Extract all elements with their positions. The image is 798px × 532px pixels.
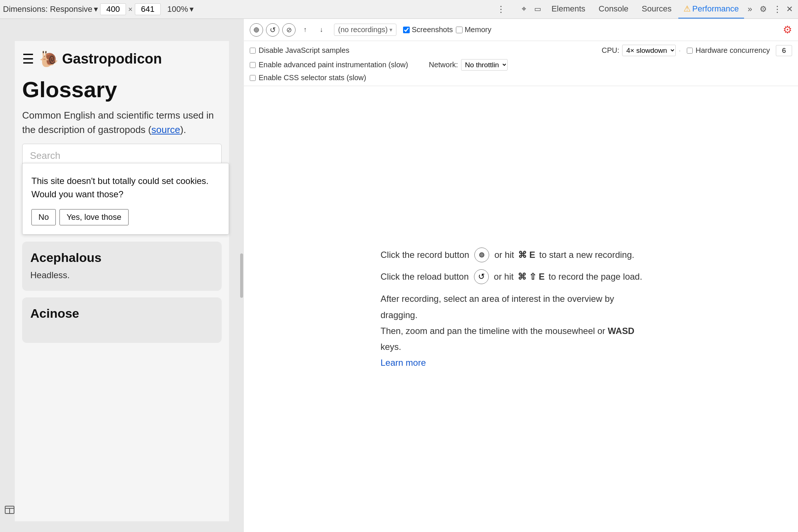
cookie-line1: This site doesn't but totally could set …	[31, 176, 209, 186]
perf-settings-gear[interactable]: ⚙	[783, 24, 792, 36]
tab-cursor[interactable]: ⌖	[517, 0, 531, 18]
perf-instruction-1b: or hit ⌘ E to start a new recording.	[494, 248, 634, 263]
zoom-value: 100%	[167, 4, 188, 14]
snail-icon: 🐌	[39, 50, 58, 68]
card-title-1: Acinose	[30, 306, 214, 321]
line2-key: ⌘ ⇧ E	[518, 272, 545, 282]
hw-concurrency-text: Hardware concurrency	[696, 46, 770, 55]
glossary-card-0: Acephalous Headless.	[22, 242, 222, 291]
perf-settings-row-3: Enable CSS selector stats (slow)	[250, 74, 792, 82]
scrollbar[interactable]	[240, 253, 243, 298]
site-title: Gastropodicon	[62, 51, 162, 67]
cookie-no-button[interactable]: No	[31, 209, 56, 225]
top-bar-menu[interactable]: ⋮	[494, 4, 508, 14]
perf-instructions-block: Click the record button or hit ⌘ E to st…	[381, 248, 661, 371]
css-selector-label[interactable]: Enable CSS selector stats (slow)	[250, 74, 366, 82]
perf-instruction-1: Click the record button	[381, 248, 469, 263]
hamburger-icon[interactable]: ☰	[22, 52, 34, 66]
cpu-label: CPU:	[601, 46, 619, 55]
tab-console[interactable]: Console	[592, 0, 635, 18]
tab-more[interactable]: »	[744, 4, 756, 14]
tab-elements[interactable]: Elements	[545, 0, 592, 18]
learn-more-link[interactable]: Learn more	[381, 358, 426, 368]
perf-toolbar: ↺ ⊘ ↑ ↓ (no recordings) ▾ Screenshots Me…	[244, 19, 798, 41]
website-content: ☰ 🐌 Gastropodicon Glossary Common Englis…	[15, 41, 229, 521]
download-button[interactable]: ↓	[315, 23, 328, 37]
inline-record-dot	[479, 252, 484, 258]
glossary-description: Common English and scientific terms used…	[22, 108, 222, 137]
perf-instruction-2b: or hit ⌘ ⇧ E to record the page load.	[494, 269, 642, 284]
cross-icon: ×	[128, 5, 133, 14]
disable-js-samples-checkbox[interactable]	[250, 48, 256, 54]
dimensions-dropdown[interactable]: ▾	[94, 4, 98, 14]
network-select[interactable]: No throttlin	[461, 59, 508, 71]
desc-after: ).	[180, 124, 186, 135]
cursor-icon: ⌖	[522, 4, 526, 14]
screenshots-checkbox[interactable]	[403, 27, 410, 33]
height-input[interactable]	[135, 3, 161, 15]
devtools-sidebar-icon[interactable]	[4, 504, 16, 517]
css-selector-text: Enable CSS selector stats (slow)	[259, 74, 366, 82]
network-label: Network:	[429, 61, 458, 69]
card-title-0: Acephalous	[30, 250, 214, 265]
cookie-yes-button[interactable]: Yes, love those	[59, 209, 128, 225]
recordings-value: (no recordings)	[338, 25, 388, 34]
screenshots-label: Screenshots	[412, 25, 453, 34]
line2-end: to record the page load.	[549, 272, 642, 282]
memory-checkbox-group[interactable]: Memory	[456, 25, 491, 34]
line3-text: After recording, select an area of inter…	[381, 294, 614, 320]
page-title: Glossary	[22, 77, 222, 102]
zoom-label: 100%▾	[167, 4, 194, 14]
cpu-select[interactable]: 4× slowdown	[622, 45, 676, 56]
tab-performance[interactable]: ⚠Performance	[678, 0, 744, 18]
glossary-cards: Acephalous Headless. Acinose	[15, 242, 229, 343]
dimensions-text: Dimensions: Responsive	[3, 4, 92, 14]
devtools-panel: ↺ ⊘ ↑ ↓ (no recordings) ▾ Screenshots Me…	[244, 19, 798, 532]
reload-record-button[interactable]: ↺	[266, 23, 279, 37]
perf-settings-row-2: Enable advanced paint instrumentation (s…	[250, 59, 792, 71]
stop-button[interactable]: ⊘	[282, 23, 296, 37]
disable-js-samples-text: Disable JavaScript samples	[259, 46, 349, 55]
desc-link[interactable]: source	[151, 124, 180, 135]
dimensions-label: Dimensions: Responsive▾	[3, 4, 98, 14]
advanced-paint-text: Enable advanced paint instrumentation (s…	[259, 61, 408, 69]
advanced-paint-checkbox[interactable]	[250, 62, 256, 68]
screenshots-checkbox-group[interactable]: Screenshots	[403, 25, 453, 34]
devtools-kebab[interactable]: ⋮	[771, 4, 784, 14]
perf-main: Click the record button or hit ⌘ E to st…	[244, 86, 798, 532]
perf-instruction-2: Click the reload button	[381, 269, 469, 284]
record-button[interactable]	[250, 23, 263, 37]
width-input[interactable]	[100, 3, 126, 15]
glossary-card-1: Acinose	[22, 297, 222, 343]
memory-checkbox[interactable]	[456, 27, 463, 33]
upload-button[interactable]: ↑	[299, 23, 312, 37]
tab-device[interactable]: ▭	[531, 0, 545, 18]
tab-sources[interactable]: Sources	[635, 0, 678, 18]
hw-concurrency-label[interactable]: Hardware concurrency	[687, 46, 770, 55]
disable-js-samples-label[interactable]: Disable JavaScript samples	[250, 46, 349, 55]
devtools-tab-bar: ⌖ ▭ Elements Console Sources ⚠Performanc…	[517, 0, 795, 18]
line1-before: Click the record button	[381, 250, 469, 260]
perf-instruction-3: After recording, select an area of inter…	[381, 291, 639, 371]
site-logo: 🐌 Gastropodicon	[39, 50, 162, 68]
hw-concurrency-input[interactable]	[776, 45, 792, 56]
devtools-gear[interactable]: ⚙	[756, 4, 771, 14]
zoom-dropdown[interactable]: ▾	[190, 4, 194, 14]
site-header: ☰ 🐌 Gastropodicon	[15, 41, 229, 77]
devtools-close[interactable]: ✕	[784, 4, 795, 14]
perf-inline-record-icon	[474, 248, 489, 262]
hw-concurrency-checkbox[interactable]	[687, 48, 693, 54]
recordings-dropdown[interactable]: (no recordings) ▾	[334, 24, 396, 36]
warn-icon: ⚠	[683, 4, 691, 14]
css-selector-checkbox[interactable]	[250, 75, 256, 81]
cookie-line2: Would you want those?	[31, 189, 123, 199]
browser-top-bar: Dimensions: Responsive▾ × 100%▾ ⋮ ⌖ ▭ El…	[0, 0, 798, 19]
cpu-dot-separator: ·	[679, 46, 681, 55]
perf-instruction-row-1: Click the record button or hit ⌘ E to st…	[381, 248, 661, 263]
advanced-paint-label[interactable]: Enable advanced paint instrumentation (s…	[250, 61, 408, 69]
glossary-section: Glossary Common English and scientific t…	[15, 77, 229, 175]
line2-after: or hit	[494, 272, 514, 282]
network-group: Network: No throttlin	[429, 59, 508, 71]
main-layout: ☰ 🐌 Gastropodicon Glossary Common Englis…	[0, 19, 798, 532]
record-dot-icon	[254, 27, 259, 33]
